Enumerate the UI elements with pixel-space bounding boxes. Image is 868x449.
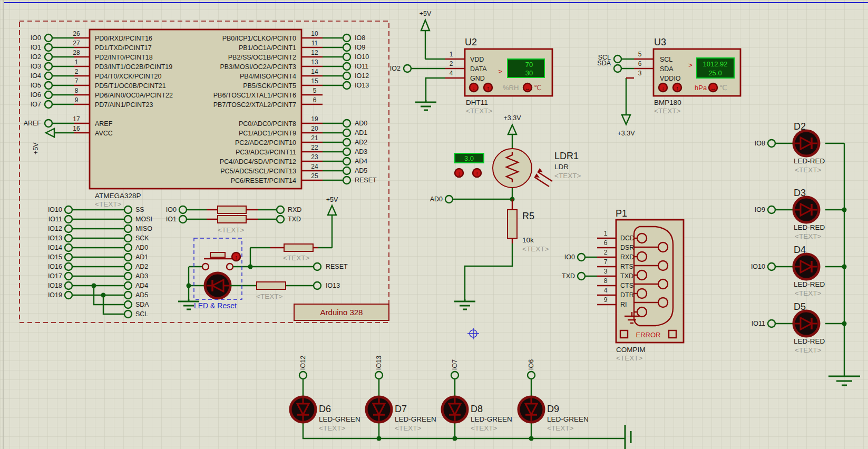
- terminal-io11[interactable]: [343, 63, 350, 70]
- text-placeholder: <TEXT>: [795, 346, 821, 354]
- terminal-io5[interactable]: [45, 82, 52, 89]
- terminal-txd[interactable]: [277, 216, 284, 223]
- pin-number: 28: [73, 49, 80, 56]
- pin-number: 17: [73, 115, 80, 123]
- terminal-io2[interactable]: [404, 65, 411, 72]
- pin-number: 5: [313, 87, 317, 94]
- terminal-io13[interactable]: [343, 82, 350, 89]
- reference-label: D4: [794, 245, 806, 255]
- led-symbol[interactable]: [442, 397, 467, 422]
- terminal-io7[interactable]: [451, 372, 459, 379]
- pin-name: DATA: [470, 65, 487, 73]
- junction-dot: [187, 284, 191, 288]
- net-label: IO10: [751, 263, 765, 270]
- terminal-io9[interactable]: [768, 206, 775, 213]
- terminal-ad5[interactable]: [343, 167, 350, 174]
- reference-label: R5: [522, 211, 534, 221]
- terminal-scl[interactable]: [614, 55, 621, 63]
- resistor-tx[interactable]: [218, 216, 246, 223]
- pin-number: 26: [73, 30, 80, 37]
- led-symbol[interactable]: [519, 397, 544, 422]
- terminal-io8[interactable]: [343, 34, 350, 42]
- net-label: TXD: [562, 272, 575, 280]
- terminal-ad2[interactable]: [343, 139, 350, 146]
- pin-name: PD1/TXD/PCINT17: [95, 44, 152, 52]
- terminal-ad4[interactable]: [343, 158, 350, 165]
- r5-body[interactable]: [508, 210, 517, 238]
- net-label: IO15: [48, 253, 62, 261]
- reset-pullup-resistor[interactable]: [284, 244, 313, 251]
- pin-number: 24: [311, 163, 318, 170]
- terminal-rxd[interactable]: [277, 206, 284, 213]
- net-label: IO1: [31, 44, 41, 51]
- reference-label: LDR1: [554, 151, 579, 161]
- pressure-value: 1012.92: [703, 60, 728, 68]
- terminal-io3[interactable]: [45, 63, 52, 70]
- pin-number: 7: [75, 77, 79, 85]
- terminal-io8[interactable]: [768, 140, 775, 147]
- pin-number: 5: [638, 51, 642, 58]
- text-placeholder: <TEXT>: [616, 354, 642, 362]
- led-symbol[interactable]: [205, 273, 230, 298]
- block-caption: LED & Reset: [194, 301, 237, 310]
- down-arrow-icon: ↓: [661, 85, 665, 91]
- value-label: LED-RED: [794, 223, 825, 231]
- button-cap[interactable]: [210, 252, 225, 257]
- terminal-io9[interactable]: [343, 44, 350, 51]
- net-label: AREF: [24, 120, 42, 127]
- led-symbol[interactable]: [794, 254, 819, 279]
- terminal-ad1[interactable]: [343, 129, 350, 136]
- pin-name: TXD: [620, 272, 633, 280]
- terminal-aref[interactable]: [45, 120, 52, 127]
- terminal-reset[interactable]: [314, 263, 321, 270]
- resistor-rx[interactable]: [218, 206, 246, 213]
- led-symbol[interactable]: [794, 311, 819, 336]
- terminal-ad0[interactable]: [445, 196, 453, 203]
- terminal-io4[interactable]: [45, 72, 52, 80]
- led-series-resistor[interactable]: [257, 282, 286, 289]
- terminal-io6[interactable]: [45, 91, 52, 99]
- terminal-io13[interactable]: [314, 282, 321, 289]
- leftright-arrow-icon: ↔: [525, 85, 531, 91]
- text-placeholder: <TEXT>: [319, 424, 345, 432]
- net-label: IO9: [755, 206, 765, 213]
- led-symbol[interactable]: [794, 197, 819, 222]
- terminal-io1[interactable]: [179, 216, 187, 223]
- terminal-io2[interactable]: [45, 53, 52, 61]
- pin-number: 6: [638, 60, 642, 67]
- terminal-io11[interactable]: [768, 320, 775, 327]
- led-symbol[interactable]: [366, 397, 392, 422]
- terminal-io13[interactable]: [375, 372, 383, 379]
- net-label: AD2: [355, 139, 367, 146]
- junction-dot: [842, 265, 847, 269]
- terminal-io0[interactable]: [45, 34, 52, 42]
- text-placeholder: <TEXT>: [654, 107, 680, 115]
- terminal-io12[interactable]: [299, 372, 307, 379]
- terminal-io10[interactable]: [343, 53, 350, 61]
- reference-label: D6: [319, 404, 331, 414]
- led-symbol[interactable]: [290, 397, 316, 422]
- net-label: IO8: [355, 34, 365, 42]
- text-placeholder: <TEXT>: [466, 107, 492, 115]
- value-label: LED-GREEN: [547, 415, 589, 423]
- pin-number: 11: [311, 40, 318, 47]
- pin-name: PC5/ADC5/SCL/PCINT13: [220, 168, 296, 175]
- terminal-io1[interactable]: [45, 44, 52, 51]
- terminal-io7[interactable]: [45, 101, 52, 108]
- terminal-io0[interactable]: [179, 206, 187, 213]
- terminal-reset[interactable]: [343, 177, 350, 184]
- terminal-io0[interactable]: [578, 253, 585, 261]
- terminal-ad3[interactable]: [343, 148, 350, 155]
- terminal-sda[interactable]: [614, 65, 621, 72]
- terminal-io6[interactable]: [528, 372, 535, 379]
- terminal-txd[interactable]: [578, 272, 585, 280]
- junction-dot: [248, 265, 253, 269]
- terminal-ad0[interactable]: [343, 120, 350, 127]
- net-label: RXD: [288, 206, 301, 213]
- led-symbol[interactable]: [794, 131, 819, 156]
- terminal-io12[interactable]: [343, 72, 350, 80]
- net-label: IO4: [31, 72, 41, 80]
- down-arrow-icon: ↓: [472, 85, 475, 91]
- pin-name: PB5/SCK/PCINT5: [243, 82, 296, 90]
- terminal-io10[interactable]: [768, 263, 775, 270]
